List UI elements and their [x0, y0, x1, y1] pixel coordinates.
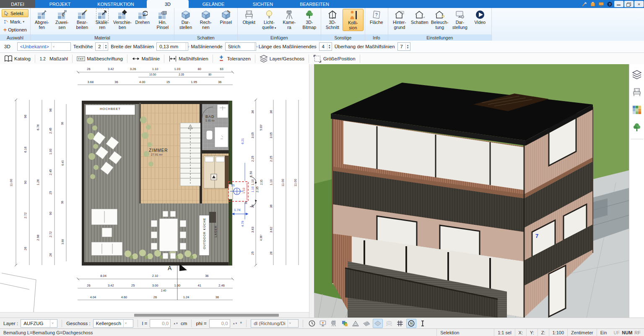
plants-panel-icon[interactable] — [631, 122, 642, 133]
ribbon-button[interactable]: Licht- quelle — [259, 9, 279, 30]
ribbon-button[interactable]: Pinsel — [216, 9, 236, 26]
ribbon-group-schatten: Dar- stellenRech- nenPinsel Schatten — [174, 8, 238, 41]
status-cell: Z: — [538, 329, 549, 336]
l-unit: cm — [181, 321, 187, 326]
restore-button[interactable] — [624, 1, 634, 7]
ribbon-button[interactable]: Dar- stellung — [450, 9, 470, 30]
tool-item[interactable]: Layer/Geschoss — [255, 55, 309, 63]
camera-path-icon[interactable] — [329, 319, 338, 328]
plan-horizontal-scrollbar[interactable] — [0, 312, 309, 318]
group-label: Info — [365, 34, 388, 41]
tool-item[interactable]: Maßzahl — [35, 55, 73, 63]
planks-icon[interactable] — [362, 319, 371, 328]
geschoss-label: Geschoss : — [66, 321, 91, 326]
floor-plan-viewport[interactable]: HOCHBEET ZIMMER 27.91 m² BAD 5.95 m² OUT… — [0, 64, 309, 318]
ribbon-button[interactable]: Objekt — [239, 9, 259, 26]
north-icon[interactable] — [406, 319, 416, 328]
geschoss-select[interactable]: Kellergesch˅ — [93, 319, 133, 328]
render-monitor-icon[interactable] — [318, 319, 327, 328]
ribbon-button[interactable]: Verschie- ben — [112, 9, 132, 30]
ribbon-button[interactable]: Beleuch- tung — [430, 9, 450, 30]
selekt-button[interactable]: Selekt — [2, 9, 29, 17]
optionen-button[interactable]: +Optionen — [2, 26, 29, 33]
ribbon-button[interactable]: Kame- ra — [279, 9, 299, 30]
dimension-style-select[interactable]: <Unbekannt>˅ — [17, 42, 71, 51]
project-box-icon[interactable] — [589, 1, 596, 7]
ende-select[interactable]: Strich˅ — [225, 42, 256, 51]
ribbon-button[interactable]: Dar- stellen — [176, 9, 196, 30]
laenge-stepper[interactable]: 4▲▼ — [319, 42, 332, 51]
breite-label: Breite der Maßlinien — [111, 44, 154, 49]
breite-select[interactable]: 0,13 mm˅ — [156, 42, 188, 51]
clock-icon[interactable] — [307, 319, 317, 328]
layer-select[interactable]: AUFZUG˅ — [21, 319, 57, 328]
tab-gelaende[interactable]: GELÄNDE — [189, 0, 238, 8]
texture-cubes-icon[interactable] — [340, 319, 349, 328]
settings-tools-icon[interactable] — [581, 1, 588, 7]
texthoehe-label: Texthöhe — [73, 44, 93, 49]
ribbon-button[interactable]: Zuwei- sen — [52, 9, 72, 30]
column-icon[interactable] — [418, 319, 427, 328]
tool-icon — [180, 9, 191, 20]
dim-right-col3: 11.00 — [279, 100, 286, 265]
outdoor-kueche-label: OUTDOOR KÜCHE — [203, 218, 206, 249]
tool-item[interactable]: Katalog — [0, 55, 35, 63]
ribbon-button[interactable]: Abgrei- fen — [32, 9, 52, 30]
lager-label: LAGER — [214, 225, 217, 237]
materials-panel-icon[interactable] — [631, 104, 642, 115]
tab-projekt[interactable]: PROJEKT — [35, 0, 85, 8]
presentation-icon[interactable] — [598, 1, 605, 7]
objects-panel-icon[interactable] — [631, 87, 642, 98]
tool-icon — [97, 9, 108, 20]
tool-item[interactable]: Maßbeschriftung — [73, 55, 127, 63]
group-label: Schatten — [174, 34, 237, 41]
tab-bearbeiten[interactable]: BEARBEITEN — [288, 0, 341, 8]
kitchen-block — [209, 212, 216, 223]
tool-item[interactable]: Toleranzen — [213, 55, 255, 63]
phi-input[interactable]: 0,0 — [209, 319, 230, 328]
ribbon-button[interactable]: Video — [470, 9, 490, 26]
minimize-button[interactable] — [614, 1, 623, 7]
section-marker — [177, 264, 187, 300]
layers-panel-icon[interactable] — [631, 69, 642, 80]
ribbon-group-auswahl: Selekt Mark.▾ +Optionen Auswahl — [0, 8, 31, 41]
ribbon-group-einfuegen: ObjektLicht- quelleKame- ra3D- Bitmap Ei… — [238, 8, 321, 41]
foil-layers-icon[interactable] — [384, 319, 394, 328]
ribbon-button[interactable]: Drehen — [132, 9, 153, 26]
layer-label: Layer : — [3, 321, 18, 326]
ribbon-button[interactable]: 3D- Schnitt — [322, 9, 343, 30]
ribbon-button[interactable]: Kolli- sion — [343, 9, 364, 31]
tool-item-icon — [4, 55, 13, 63]
ribbon-button[interactable]: 3D- Bitmap — [299, 9, 319, 30]
l-input[interactable]: 0,0 — [150, 319, 171, 328]
set-square-icon[interactable] — [351, 319, 360, 328]
grid-icon[interactable] — [395, 319, 405, 328]
3d-viewport[interactable]: 7 — [314, 64, 629, 318]
help-icon[interactable] — [606, 1, 613, 7]
dl-select[interactable]: dl (Richtung/Di˅ — [251, 319, 299, 328]
status-cell: 1:100 — [549, 329, 568, 336]
mark-button[interactable]: Mark.▾ — [2, 18, 29, 25]
ribbon-button[interactable]: Hin. Pinsel — [153, 9, 173, 30]
ribbon-button[interactable]: Hinter- grund — [390, 9, 410, 30]
ribbon-button[interactable]: Skalie- ren — [92, 9, 112, 30]
ribbon-button[interactable]: Schatten — [410, 9, 430, 26]
close-button[interactable]: × — [634, 1, 644, 7]
tool-icon — [36, 9, 47, 20]
ueberhang-stepper[interactable]: 7▲▼ — [397, 42, 410, 51]
tab-sichten[interactable]: SICHTEN — [238, 0, 288, 8]
ribbon-button[interactable]: Bear- beiten — [72, 9, 92, 30]
tab-3d[interactable]: 3D — [147, 0, 189, 8]
tool-item[interactable]: Maßhilfslinien — [164, 55, 213, 63]
scrollbar-thumb[interactable] — [134, 314, 279, 317]
status-hint: Bemaßung L=Bemaßung G=Dachgeschoss — [0, 330, 436, 335]
tile-icon[interactable] — [373, 319, 383, 328]
ribbon-button[interactable]: Fläche — [366, 9, 387, 26]
tool-item[interactable]: Größe/Position — [309, 55, 360, 63]
ribbon-button[interactable]: Rech- nen — [196, 9, 216, 30]
texthoehe-stepper[interactable]: 2▲▼ — [95, 42, 108, 51]
dim-top-row2: 3.68364.00151.9536 — [78, 80, 233, 84]
tab-konstruktion[interactable]: KONSTRUKTION — [85, 0, 147, 8]
tab-datei[interactable]: DATEI — [0, 0, 35, 8]
tool-item[interactable]: Maßlinie — [127, 55, 164, 63]
